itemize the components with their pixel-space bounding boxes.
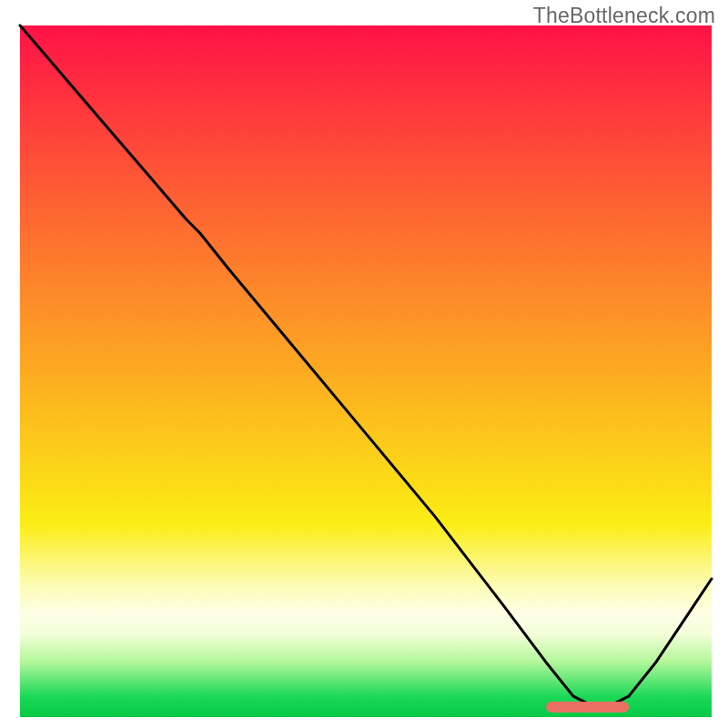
valley-marker [546,702,629,713]
chart-container: TheBottleneck.com [0,0,728,728]
plot-area [20,25,712,717]
watermark-text: TheBottleneck.com [533,4,715,28]
curve-svg [20,25,712,717]
curve-line [20,25,712,710]
